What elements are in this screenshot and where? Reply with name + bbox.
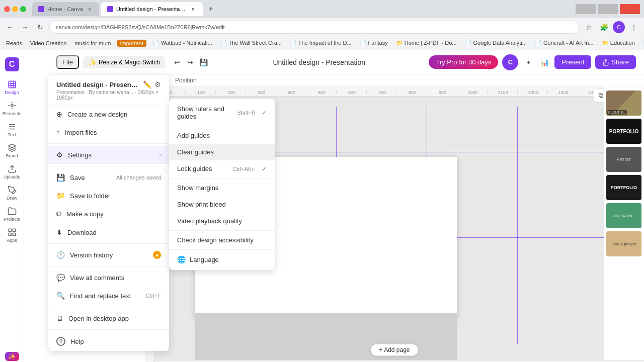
resize-magic-switch-btn[interactable]: ✨ Resize & Magic Switch	[83, 56, 165, 68]
guide-v4	[517, 107, 518, 344]
address-bar[interactable]: canva.com/design/DAGHP9S2svQ/sCA8Me1Bn2Z…	[49, 21, 580, 34]
nav-design[interactable]: Design	[2, 77, 22, 98]
thumb-1[interactable]: PLANT S...	[606, 90, 641, 116]
accessibility-item[interactable]: Check design accessibility	[169, 232, 275, 248]
show-margins-item[interactable]: Show margins	[169, 179, 275, 196]
nav-projects[interactable]: Projects	[2, 204, 22, 224]
bookmark-important[interactable]: Important	[117, 40, 146, 47]
create-new-design[interactable]: ⊕ Create a new design	[48, 105, 169, 123]
help-item[interactable]: ? Help	[48, 332, 169, 351]
uploads-icon	[8, 164, 17, 173]
edit-title-icon[interactable]: ✏️	[143, 80, 151, 88]
bookmark-impact[interactable]: 📄 The Impact of the D...	[288, 39, 354, 47]
forward-button[interactable]: →	[19, 21, 31, 33]
bookmark-education[interactable]: 📁 Education	[600, 39, 637, 47]
video-quality-item[interactable]: Video playback quality	[169, 213, 275, 229]
settings-item[interactable]: ⚙ Settings ›	[48, 146, 169, 164]
thumb-4[interactable]: PORTFOLIO	[606, 175, 641, 200]
svg-rect-0	[9, 81, 16, 88]
import-files-item[interactable]: ↑ Import files	[48, 123, 169, 141]
bookmark-wsj[interactable]: 📄 The Wall Street Cra...	[218, 39, 284, 47]
profile-btn[interactable]: C	[613, 21, 625, 33]
clear-guides-item[interactable]: Clear guides	[169, 144, 275, 160]
nav-magic-media[interactable]: ✨ Magic Media	[2, 352, 22, 362]
thumb-artist-label: ARTIST	[617, 157, 631, 162]
reload-button[interactable]: ↻	[34, 21, 46, 33]
find-replace-shortcut: Ctrl+F	[146, 293, 161, 299]
share-button[interactable]: Share	[595, 55, 636, 69]
nav-uploads[interactable]: Uploads	[2, 162, 22, 182]
nav-apps[interactable]: Apps	[2, 225, 22, 245]
bookmark-google-data[interactable]: 📄 Google Data Analyti...	[463, 39, 529, 47]
bookmark-star[interactable]: ☆	[583, 21, 595, 33]
toolbar-plus-btn[interactable]: +	[522, 56, 534, 68]
version-history-item[interactable]: 🕐 Version history ●	[48, 246, 169, 264]
download-item[interactable]: ⬇ Download	[48, 223, 169, 241]
bookmark-gencraft[interactable]: 📄 Gencraft - AI Art In...	[533, 39, 596, 47]
toolbar-analytics-btn[interactable]: 📊	[538, 56, 550, 68]
undo-btn[interactable]: ↩	[171, 56, 183, 68]
design-options-icon[interactable]: ⚙	[154, 80, 161, 88]
thumb-3[interactable]: ARTIST	[606, 147, 641, 172]
user-avatar[interactable]: C	[502, 54, 518, 70]
thumb-6[interactable]: Group project	[606, 231, 641, 256]
more-btn[interactable]: ⋮	[628, 21, 640, 33]
nav-elements[interactable]: Elements	[2, 99, 22, 119]
view-comments-item[interactable]: 💬 View all comments	[48, 268, 169, 287]
bookmark-fantasy[interactable]: 📄 Fantasy	[358, 39, 390, 47]
minimize-window[interactable]	[12, 6, 18, 12]
thumb-2[interactable]: PORTFOLIO	[606, 119, 641, 144]
ruler-600: 600	[336, 90, 366, 95]
bookmark-video[interactable]: Video Creation	[28, 39, 69, 47]
add-page-btn[interactable]: + Add page	[370, 344, 418, 356]
win-minimize[interactable]	[576, 4, 596, 14]
language-label: Language	[190, 256, 267, 263]
canva-home-btn[interactable]: C	[2, 54, 22, 74]
language-item[interactable]: 🌐 Language	[169, 251, 275, 268]
add-guides-label: Add guides	[177, 132, 267, 139]
brand-icon	[8, 143, 17, 152]
bookmark-zpdf[interactable]: 📁 Home | Z-PDF - Do...	[394, 39, 459, 47]
tab-active-close[interactable]: ×	[190, 6, 197, 13]
win-close[interactable]	[620, 4, 640, 14]
nav-draw[interactable]: Draw	[2, 183, 22, 203]
show-rulers-item[interactable]: Show rulers and guides Shift+R ✓	[169, 101, 275, 125]
make-copy-item[interactable]: ⧉ Make a copy	[48, 205, 169, 223]
context-menu: Show rulers and guides Shift+R ✓ Add gui…	[169, 99, 275, 270]
lock-guides-item[interactable]: Lock guides Ctrl+Alt+; ✓	[169, 160, 275, 177]
file-button[interactable]: File	[56, 55, 79, 69]
nav-text[interactable]: Text	[2, 120, 22, 140]
ctx-divider-1	[169, 126, 275, 126]
app-toolbar: File ✨ Resize & Magic Switch ↩ ↪ 💾 Untit…	[48, 50, 644, 74]
save-status-btn[interactable]: 💾	[197, 56, 209, 68]
find-replace-item[interactable]: 🔍 Find and replace text Ctrl+F	[48, 287, 169, 305]
open-desktop-item[interactable]: 🖥 Open in desktop app	[48, 309, 169, 327]
show-print-bleed-item[interactable]: Show print bleed	[169, 196, 275, 213]
save-to-folder-item[interactable]: 📁 Save to folder	[48, 187, 169, 205]
win-restore[interactable]	[598, 4, 618, 14]
window-controls-right	[576, 4, 640, 14]
add-guides-item[interactable]: Add guides	[169, 127, 275, 144]
projects-icon	[8, 207, 17, 216]
thumb-5[interactable]: CREATIVE	[606, 203, 641, 228]
bookmark-music[interactable]: music for mum	[72, 39, 113, 47]
new-tab-button[interactable]: +	[205, 3, 217, 15]
try-pro-button[interactable]: Try Pro for 30 days	[429, 55, 498, 69]
version-badge: ●	[153, 251, 161, 259]
present-button[interactable]: Present	[554, 55, 591, 69]
bookmark-harlequin[interactable]: 📄 Harlequin Romance...	[641, 39, 644, 47]
redo-btn[interactable]: ↪	[184, 56, 196, 68]
tab-home-close[interactable]: ×	[86, 6, 93, 13]
tab-untitled-design[interactable]: Untitled design - Presentation ×	[101, 2, 203, 16]
extensions-btn[interactable]: 🧩	[598, 21, 610, 33]
tab-home-canva[interactable]: Home - Canva ×	[32, 2, 99, 16]
make-copy-label: Make a copy	[66, 210, 161, 218]
bookmark-reads[interactable]: Reads	[4, 39, 24, 47]
close-window[interactable]	[4, 6, 10, 12]
back-button[interactable]: ←	[4, 21, 16, 33]
save-item[interactable]: 💾 Save All changes saved	[48, 168, 169, 187]
svg-rect-2	[9, 229, 11, 231]
bookmark-wattpad[interactable]: 📄 Wattpad - Notificati...	[150, 39, 214, 47]
maximize-window[interactable]	[20, 6, 26, 12]
nav-brand[interactable]: Brand	[2, 141, 22, 161]
